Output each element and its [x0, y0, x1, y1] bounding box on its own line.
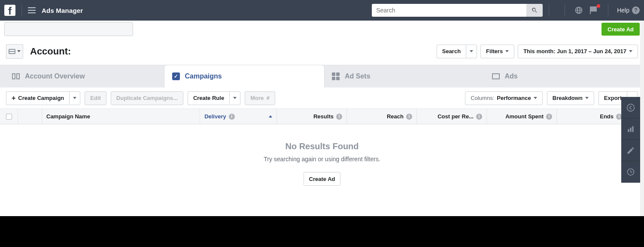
search-split-button[interactable]: Search	[437, 45, 477, 58]
button-label: More	[250, 95, 264, 101]
info-icon[interactable]: i	[546, 114, 552, 120]
chevron-down-icon	[534, 97, 537, 99]
col-label: Ends	[600, 113, 614, 120]
separator	[608, 4, 608, 17]
svg-rect-1	[628, 129, 629, 132]
clock-icon	[626, 168, 635, 176]
tab-label: Ad Sets	[345, 72, 371, 80]
rail-history-button[interactable]	[621, 161, 640, 183]
info-icon[interactable]: i	[476, 114, 482, 120]
col-ends[interactable]: Ends i	[557, 109, 627, 124]
rectangle-icon	[492, 73, 500, 79]
rail-charts-button[interactable]	[621, 118, 640, 140]
sort-asc-icon	[269, 115, 272, 117]
pencil-icon	[626, 146, 635, 155]
tab-label: Campaigns	[185, 72, 222, 80]
col-label: Amount Spent	[505, 113, 544, 120]
rail-collapse-button[interactable]	[621, 97, 640, 118]
date-range-button[interactable]: This month: Jun 1, 2017 – Jun 24, 2017	[518, 45, 638, 58]
col-label: Reach	[387, 113, 404, 120]
col-campaign-name[interactable]: Campaign Name	[42, 109, 200, 124]
columns-value: Performance	[497, 95, 531, 101]
columns-button[interactable]: Columns: Performance	[465, 91, 542, 105]
info-icon[interactable]: i	[229, 114, 235, 120]
select-all-cell[interactable]	[0, 109, 18, 124]
global-search-button[interactable]	[526, 4, 543, 17]
tab-campaigns[interactable]: Campaigns	[164, 65, 325, 87]
bottom-bar	[0, 216, 644, 247]
checkbox[interactable]	[6, 114, 12, 120]
account-switcher-button[interactable]	[6, 44, 23, 59]
col-results[interactable]: Results i	[277, 109, 347, 124]
search-icon	[531, 7, 538, 14]
svg-rect-3	[632, 126, 633, 132]
app-title: Ads Manager	[42, 7, 83, 14]
date-range-label: This month: Jun 1, 2017 – Jun 24, 2017	[523, 48, 626, 54]
columns-label: Columns:	[471, 95, 494, 101]
global-search-input[interactable]	[372, 4, 526, 17]
scrollbar[interactable]	[640, 21, 644, 216]
info-icon[interactable]: i	[336, 114, 342, 120]
toggle-column	[18, 109, 42, 124]
account-select-bar: Create Ad	[0, 21, 644, 38]
campaign-toolbar: + Create Campaign Edit Duplicate Campaig…	[0, 87, 644, 109]
create-ad-top-button[interactable]: Create Ad	[601, 23, 640, 36]
filters-button[interactable]: Filters	[480, 45, 514, 58]
top-navbar: f Ads Manager Help ?	[0, 0, 644, 21]
help-link[interactable]: Help	[617, 7, 629, 14]
create-rule-dropdown[interactable]	[229, 91, 240, 105]
tab-ad-sets[interactable]: Ad Sets	[324, 65, 484, 87]
info-icon[interactable]: i	[406, 114, 412, 120]
facebook-logo[interactable]: f	[4, 5, 15, 16]
create-rule-button[interactable]: Create Rule	[188, 91, 229, 105]
chevron-left-circle-icon	[626, 103, 635, 112]
card-icon	[9, 49, 15, 54]
create-campaign-dropdown[interactable]	[69, 91, 80, 105]
main-tabs: Account Overview Campaigns Ad Sets Ads	[0, 65, 644, 87]
col-label: Cost per Re...	[437, 113, 474, 120]
create-campaign-split[interactable]: + Create Campaign	[6, 91, 80, 105]
empty-title: No Results Found	[0, 142, 644, 151]
tab-account-overview[interactable]: Account Overview	[4, 65, 164, 87]
edit-button[interactable]: Edit	[85, 91, 106, 105]
bar-chart-icon	[626, 125, 635, 133]
account-title: Account:	[30, 46, 71, 57]
check-icon	[172, 72, 180, 80]
col-amount-spent[interactable]: Amount Spent i	[487, 109, 557, 124]
col-cost[interactable]: Cost per Re... i	[417, 109, 487, 124]
svg-rect-2	[630, 127, 631, 132]
notification-badge	[597, 4, 600, 8]
create-campaign-button[interactable]: + Create Campaign	[6, 91, 69, 105]
menu-icon[interactable]	[28, 7, 36, 13]
help-icon[interactable]: ?	[632, 6, 640, 14]
grid-icon	[332, 72, 340, 80]
filters-label: Filters	[486, 48, 503, 54]
separator	[565, 4, 565, 17]
create-rule-split[interactable]: Create Rule	[188, 91, 240, 105]
notifications-globe-icon[interactable]	[574, 5, 584, 15]
flag-icon[interactable]	[589, 5, 599, 15]
chevron-down-icon	[17, 50, 21, 52]
breakdown-button[interactable]: Breakdown	[547, 91, 594, 105]
search-dropdown[interactable]	[466, 45, 477, 58]
account-select-dropdown[interactable]	[4, 22, 133, 36]
empty-create-ad-button[interactable]: Create Ad	[304, 172, 341, 186]
button-label: Breakdown	[553, 95, 583, 101]
more-button[interactable]: More ⇵	[245, 91, 275, 105]
right-rail	[621, 97, 640, 183]
tab-label: Ads	[505, 72, 518, 80]
overview-icon	[12, 73, 20, 79]
col-reach[interactable]: Reach i	[347, 109, 417, 124]
empty-subtitle: Try searching again or using different f…	[0, 156, 644, 163]
rail-edit-button[interactable]	[621, 140, 640, 161]
col-delivery[interactable]: Delivery i	[200, 109, 277, 124]
col-label: Campaign Name	[46, 113, 90, 120]
separator	[549, 4, 549, 17]
search-button[interactable]: Search	[437, 45, 466, 58]
sort-icon: ⇵	[266, 96, 270, 100]
tab-ads[interactable]: Ads	[484, 65, 644, 87]
col-label: Delivery	[204, 113, 226, 120]
chevron-down-icon	[629, 50, 632, 52]
duplicate-button[interactable]: Duplicate Campaigns...	[111, 91, 183, 105]
separator	[21, 4, 22, 17]
